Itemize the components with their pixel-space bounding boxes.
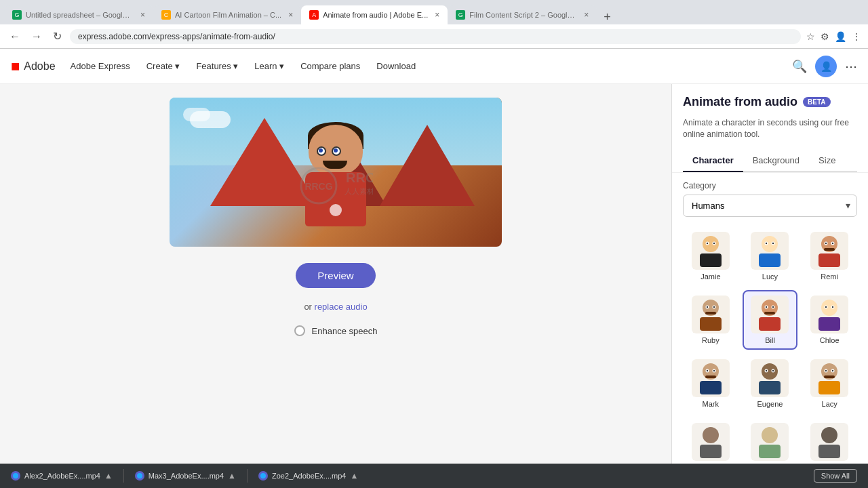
account-icon[interactable]: 👤 <box>835 31 846 42</box>
replace-audio-text: or replace audio <box>304 302 367 312</box>
char-avatar-ruby <box>692 296 730 333</box>
svg-rect-81 <box>759 445 781 458</box>
enhance-speech-radio[interactable] <box>294 325 305 336</box>
svg-point-77 <box>703 427 719 443</box>
menu-icon[interactable]: ⋮ <box>852 31 861 42</box>
tab-favicon-film: G <box>456 10 465 20</box>
download-separator-1 <box>123 469 124 483</box>
svg-point-25 <box>825 242 827 243</box>
extension-icon[interactable]: ⚙ <box>821 31 829 42</box>
char-card-partial-2[interactable] <box>802 418 857 466</box>
replace-audio-link[interactable]: replace audio <box>315 302 368 312</box>
character-grid: Jamie Lucy Remi Ruby Bill Chloe <box>683 226 857 466</box>
download-chevron-3[interactable]: ▲ <box>350 471 358 481</box>
svg-rect-6 <box>700 253 722 267</box>
tab-label-animate: Animate from audio | Adobe E... <box>323 11 428 19</box>
nav-item-create[interactable]: Create ▾ <box>140 57 187 75</box>
enhance-speech-row: Enhance speech <box>294 325 378 336</box>
tab-cartoon[interactable]: C AI Cartoon Film Animation – C... × <box>153 5 301 24</box>
user-avatar[interactable]: 👤 <box>815 56 837 77</box>
preview-button[interactable]: Preview <box>296 263 375 288</box>
char-avatar-lucy <box>751 232 789 270</box>
nav-item-download[interactable]: Download <box>370 57 422 75</box>
svg-point-66 <box>772 369 774 371</box>
search-icon[interactable]: 🔍 <box>792 59 807 74</box>
or-text: or <box>304 302 312 312</box>
char-card-ruby[interactable]: Ruby <box>683 290 738 350</box>
tab-close-animate[interactable]: × <box>435 10 439 20</box>
svg-rect-78 <box>700 445 722 458</box>
char-avatar-eugene <box>751 359 789 397</box>
char-avatar-bill <box>751 296 789 333</box>
tab-character[interactable]: Character <box>683 150 743 172</box>
category-select-wrapper: Humans Animals Fantasy <box>683 195 857 217</box>
svg-rect-19 <box>764 248 775 251</box>
char-card-bill[interactable]: Bill <box>743 290 798 350</box>
tab-favicon-animate: A <box>309 10 319 20</box>
char-card-eugene[interactable]: Eugene <box>743 354 798 413</box>
bookmark-icon[interactable]: ☆ <box>806 31 815 42</box>
char-card-mark[interactable]: Mark <box>683 354 738 413</box>
tab-close-cartoon[interactable]: × <box>288 10 293 20</box>
nav-item-express[interactable]: Adobe Express <box>64 57 137 75</box>
char-card-lacy[interactable]: Lacy <box>802 354 857 413</box>
char-avatar-mark <box>692 359 730 397</box>
preview-container: RRCG RRCG 人人素材 <box>170 98 502 247</box>
svg-rect-38 <box>759 317 781 331</box>
char-card-partial-1[interactable] <box>743 418 798 466</box>
apps-grid-icon[interactable]: ⋯ <box>845 59 857 74</box>
right-panel: Animate from audio BETA Animate a charac… <box>671 84 868 488</box>
tab-size[interactable]: Size <box>809 150 845 172</box>
char-name-lucy: Lucy <box>762 272 778 281</box>
panel-tabs: Character Background Size <box>683 150 857 172</box>
adobe-logo-text: Adobe <box>24 60 55 73</box>
svg-text:人人素材: 人人素材 <box>344 187 373 195</box>
adobe-logo[interactable]: ■ Adobe <box>11 58 56 75</box>
svg-rect-46 <box>818 317 840 331</box>
nav-item-features[interactable]: Features ▾ <box>189 57 245 75</box>
url-box[interactable]: express.adobe.com/express-apps/animate-f… <box>70 29 801 44</box>
download-filename-3: Zoe2_AdobeEx....mp4 <box>272 472 346 480</box>
tab-spreadsheet[interactable]: G Untitled spreadsheet – Google ... × <box>4 5 153 24</box>
tab-close-film[interactable]: × <box>584 10 589 20</box>
tab-close-spreadsheet[interactable]: × <box>140 10 145 20</box>
char-card-jamie[interactable]: Jamie <box>683 226 738 286</box>
show-all-button[interactable]: Show All <box>814 469 857 483</box>
tab-background[interactable]: Background <box>743 150 809 172</box>
svg-point-87 <box>260 473 266 479</box>
svg-point-9 <box>707 242 708 243</box>
category-select[interactable]: Humans Animals Fantasy <box>683 195 857 217</box>
char-card-partial-0[interactable] <box>683 418 738 466</box>
char-avatar-remi <box>810 232 848 270</box>
nav-item-learn[interactable]: Learn ▾ <box>248 57 291 75</box>
download-chevron-1[interactable]: ▲ <box>104 471 113 481</box>
reload-button[interactable]: ↻ <box>50 28 64 44</box>
nav-item-compare[interactable]: Compare plans <box>294 57 367 75</box>
svg-point-50 <box>832 306 833 307</box>
char-avatar-chloe <box>810 296 848 333</box>
new-tab-button[interactable]: + <box>599 10 615 24</box>
svg-point-33 <box>707 306 708 307</box>
char-name-bill: Bill <box>765 336 775 344</box>
address-bar: ← → ↻ express.adobe.com/express-apps/ani… <box>0 24 868 49</box>
svg-text:RRCG: RRCG <box>304 181 332 192</box>
svg-rect-30 <box>700 317 722 331</box>
download-chevron-2[interactable]: ▲ <box>228 471 236 481</box>
char-card-remi[interactable]: Remi <box>802 226 857 286</box>
download-filename-1: Alex2_AdobeEx....mp4 <box>24 472 100 480</box>
adobe-logo-icon: ■ <box>11 58 20 75</box>
svg-rect-75 <box>824 375 835 378</box>
svg-point-42 <box>772 306 774 307</box>
download-separator-2 <box>247 469 248 483</box>
svg-point-86 <box>137 473 142 479</box>
download-item-1: Alex2_AdobeEx....mp4 ▲ <box>11 471 113 481</box>
back-button[interactable]: ← <box>7 29 23 44</box>
tab-film[interactable]: G Film Content Script 2 – Google... × <box>448 5 597 24</box>
tab-animate[interactable]: A Animate from audio | Adobe E... × <box>301 5 448 24</box>
forward-button[interactable]: → <box>28 29 45 44</box>
char-card-lucy[interactable]: Lucy <box>743 226 798 286</box>
char-card-chloe[interactable]: Chloe <box>802 290 857 350</box>
adobe-nav: ■ Adobe Adobe Express Create ▾ Features … <box>0 49 868 84</box>
char-avatar-partial-1 <box>751 423 789 461</box>
svg-point-41 <box>766 306 767 307</box>
